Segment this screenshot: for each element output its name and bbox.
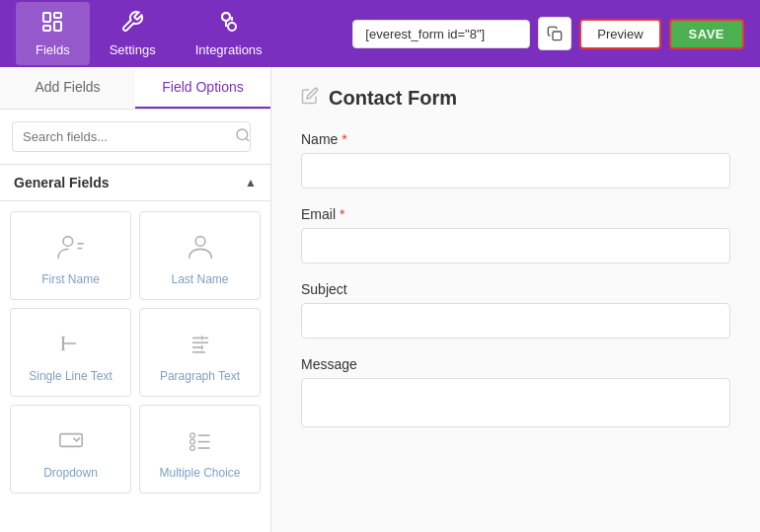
field-label-subject: Subject [301, 281, 730, 297]
svg-point-24 [190, 433, 194, 438]
nav-label-fields: Fields [36, 42, 70, 57]
svg-point-8 [237, 129, 248, 140]
settings-icon [120, 10, 144, 38]
nav-item-fields[interactable]: Fields [16, 2, 90, 65]
svg-line-9 [246, 138, 249, 141]
svg-point-5 [228, 23, 236, 31]
edit-icon [301, 87, 319, 110]
tab-field-options[interactable]: Field Options [135, 67, 270, 109]
form-title-row: Contact Form [301, 87, 730, 110]
tab-add-fields[interactable]: Add Fields [0, 67, 135, 109]
top-nav: Fields Settings Integrations [everest_fo… [0, 0, 760, 67]
copy-icon [547, 26, 563, 41]
shortcode-area: [everest_form id="8"] Preview SAVE [352, 17, 744, 50]
field-label-name: Name * [301, 131, 730, 147]
preview-button[interactable]: Preview [579, 19, 660, 49]
nav-label-integrations: Integrations [195, 42, 263, 57]
field-card-first-name[interactable]: First Name [10, 211, 131, 300]
first-name-label: First Name [41, 272, 100, 286]
search-area [0, 110, 270, 165]
field-label-message: Message [301, 356, 730, 372]
single-line-icon [55, 328, 87, 359]
svg-point-10 [63, 237, 73, 247]
name-input[interactable] [301, 153, 730, 189]
svg-point-13 [195, 237, 205, 247]
fields-grid: First Name Last Name Single Line Text [0, 201, 270, 503]
dropdown-label: Dropdown [43, 466, 98, 480]
chevron-up-icon: ▲ [245, 176, 257, 190]
search-button[interactable] [227, 127, 259, 147]
required-star-name: * [342, 131, 346, 147]
paragraph-label: Paragraph Text [160, 369, 240, 383]
left-panel: Add Fields Field Options General Fields … [0, 67, 271, 532]
svg-rect-1 [54, 13, 61, 18]
form-title: Contact Form [329, 87, 457, 110]
field-group-subject: Subject [301, 281, 730, 339]
field-card-multiple-choice[interactable]: Multiple Choice [139, 405, 261, 494]
field-card-dropdown[interactable]: Dropdown [10, 405, 131, 494]
nav-item-integrations[interactable]: Integrations [176, 2, 282, 65]
svg-point-6 [222, 13, 230, 21]
svg-point-26 [190, 439, 194, 444]
field-group-message: Message [301, 356, 730, 431]
last-name-label: Last Name [171, 272, 228, 286]
section-label: General Fields [14, 175, 109, 190]
search-input[interactable] [12, 121, 251, 152]
field-card-paragraph[interactable]: Paragraph Text [139, 308, 261, 397]
paragraph-icon [185, 328, 216, 359]
email-input[interactable] [301, 228, 730, 264]
field-card-single-line[interactable]: Single Line Text [10, 308, 131, 397]
save-button[interactable]: SAVE [669, 19, 744, 49]
svg-point-28 [190, 446, 194, 451]
multiple-choice-icon [185, 424, 216, 456]
message-input[interactable] [301, 378, 730, 427]
first-name-icon [55, 231, 87, 263]
copy-shortcode-button[interactable] [538, 17, 571, 50]
nav-item-settings[interactable]: Settings [90, 2, 176, 65]
field-label-email: Email * [301, 206, 730, 222]
required-star-email: * [340, 206, 344, 222]
nav-label-settings: Settings [110, 42, 156, 57]
general-fields-header[interactable]: General Fields ▲ [0, 165, 270, 201]
multiple-choice-label: Multiple Choice [159, 466, 240, 480]
shortcode-display: [everest_form id="8"] [352, 20, 530, 48]
fields-icon [40, 10, 64, 38]
svg-rect-3 [43, 26, 50, 31]
last-name-icon [185, 231, 216, 263]
svg-rect-2 [54, 22, 61, 31]
main-layout: Add Fields Field Options General Fields … [0, 67, 760, 532]
svg-rect-23 [59, 434, 81, 447]
search-icon [235, 127, 251, 143]
svg-rect-0 [43, 13, 50, 22]
field-group-name: Name * [301, 131, 730, 189]
subject-input[interactable] [301, 303, 730, 339]
svg-rect-7 [553, 32, 562, 40]
right-panel: Contact Form Name * Email * Subject [271, 67, 760, 532]
integrations-icon [217, 10, 241, 38]
field-group-email: Email * [301, 206, 730, 264]
field-card-last-name[interactable]: Last Name [139, 211, 261, 300]
dropdown-icon [55, 424, 87, 456]
tab-row: Add Fields Field Options [0, 67, 270, 110]
single-line-label: Single Line Text [29, 369, 113, 383]
